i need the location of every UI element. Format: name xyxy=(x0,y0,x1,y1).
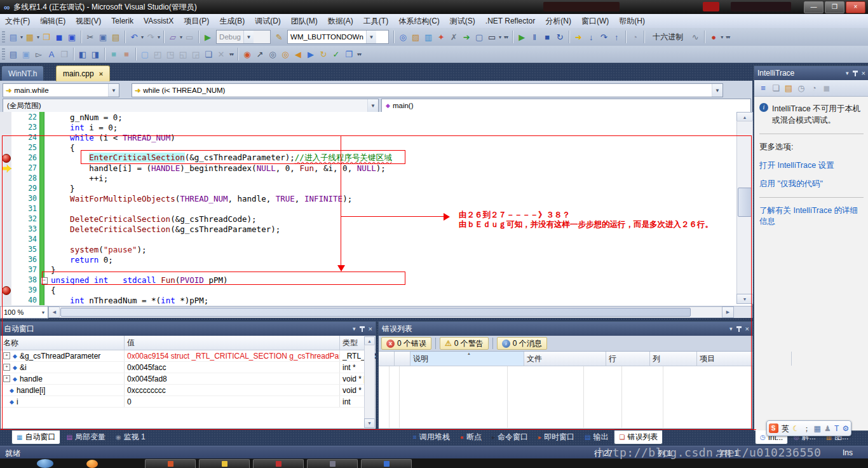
dropdown-caret-icon[interactable]: ▾ xyxy=(141,34,144,40)
chevron-down-icon[interactable]: ▼ xyxy=(39,310,48,315)
breakpoint-icon[interactable]: ● xyxy=(708,31,719,43)
scroll-down-button[interactable]: ▼ xyxy=(364,418,375,428)
context-dropdown[interactable]: ➜ while (i< THREAD_NUM) ▼ xyxy=(132,83,723,97)
va-nav-forward-icon[interactable]: ▶ xyxy=(305,48,316,60)
tab-debugwin-2[interactable]: ◉监视 1 xyxy=(111,430,150,444)
breakpoint-icon[interactable] xyxy=(2,154,11,163)
autos-vscrollbar[interactable] xyxy=(364,345,375,420)
continue-icon[interactable]: ▶ xyxy=(516,31,527,43)
expand-icon[interactable]: + xyxy=(3,375,10,382)
va-reparse-icon[interactable]: ↻ xyxy=(318,48,329,60)
soft-keyboard-icon[interactable]: ▦ xyxy=(813,425,820,432)
breakpoint-margin[interactable] xyxy=(0,153,11,163)
learn-more-link[interactable]: 了解有关 IntelliTrace 的详细信息 xyxy=(759,205,861,227)
chevron-down-icon[interactable]: ▼ xyxy=(712,84,722,97)
code-line-28[interactable]: 28 ++i; xyxy=(0,173,752,183)
breakpoint-window-icon[interactable]: ◔ xyxy=(629,31,641,43)
new-project-icon[interactable]: ▤ xyxy=(8,31,19,43)
save-icon[interactable]: ◼ xyxy=(53,31,65,43)
tab-main-cpp[interactable]: main.cpp × xyxy=(56,65,110,81)
enable-just-my-code-link[interactable]: 启用 "仅我的代码" xyxy=(759,179,864,189)
menu-item-13[interactable]: .NET Reflector xyxy=(480,15,540,27)
scroll-down-button[interactable]: ▼ xyxy=(736,294,753,304)
new-window-icon[interactable]: ▢ xyxy=(473,31,485,43)
tab-outputwin-3[interactable]: ▸即时窗口 xyxy=(534,430,579,444)
close-tab-icon[interactable]: × xyxy=(99,70,103,78)
breakpoint-margin[interactable] xyxy=(0,295,11,305)
copy-structure-icon[interactable]: ❒ xyxy=(58,48,70,60)
menu-item-14[interactable]: 分析(N) xyxy=(540,15,576,27)
dropdown-caret-icon[interactable]: ▾ xyxy=(20,34,23,40)
breakpoint-margin[interactable] xyxy=(0,203,11,214)
prev-bookmark-folder-icon[interactable]: ◱ xyxy=(177,48,189,60)
autos-column-1[interactable]: 值 xyxy=(125,336,340,350)
it-timeline-icon[interactable]: ◷ xyxy=(796,83,807,94)
breakpoint-margin[interactable] xyxy=(0,183,11,193)
va-spellcheck-icon[interactable]: ✓ xyxy=(330,48,342,60)
menu-item-7[interactable]: 调试(D) xyxy=(250,15,286,27)
table-row[interactable]: ◆handle[i]0xccccccccvoid * xyxy=(1,385,376,396)
add-item-icon[interactable]: ▦ xyxy=(24,31,36,43)
code-line-34[interactable]: 34 xyxy=(0,234,752,244)
chevron-down-icon[interactable]: ▼ xyxy=(108,84,119,97)
breakpoint-margin[interactable] xyxy=(0,142,11,153)
breakpoint-margin[interactable] xyxy=(0,275,11,285)
object-browser-icon[interactable]: ▥ xyxy=(423,31,434,43)
open-intellitrace-settings-link[interactable]: 打开 IntelliTrace 设置 xyxy=(759,160,864,171)
taskbar-button-1[interactable] xyxy=(199,459,250,468)
tab-debugwin-0[interactable]: ▦自动窗口 xyxy=(11,430,60,444)
menu-item-1[interactable]: 编辑(E) xyxy=(35,15,71,27)
panel-menu-icon[interactable]: ▾ xyxy=(353,326,356,332)
it-threads-icon[interactable]: ❏ xyxy=(770,83,782,94)
menu-item-12[interactable]: 测试(S) xyxy=(445,15,480,27)
table-row[interactable]: +◆&i0x0045faccint * xyxy=(1,362,376,373)
navigate-window-icon[interactable]: ▱ xyxy=(167,31,179,43)
breakpoint-margin[interactable] xyxy=(0,244,11,254)
filter-error-filter[interactable]: x0 个错误 xyxy=(381,337,431,350)
start-debugging-icon[interactable]: ▶ xyxy=(202,31,214,43)
flow-icon[interactable]: ∿ xyxy=(689,31,701,43)
va-find-symbol-icon[interactable]: ◎ xyxy=(280,48,291,60)
menu-item-2[interactable]: 视图(V) xyxy=(71,15,106,27)
expand-icon[interactable]: + xyxy=(3,364,10,371)
external-tools-icon[interactable]: ✗ xyxy=(448,31,459,43)
pin-icon[interactable] xyxy=(360,326,365,332)
scope-dropdown[interactable]: ➜ main.while ▼ xyxy=(3,83,119,97)
find-combo[interactable]: WM_LBUTTONDOWn▼ xyxy=(287,30,389,44)
it-save-icon[interactable]: ◼ xyxy=(821,83,832,94)
autos-column-2[interactable]: 类型 xyxy=(340,336,382,350)
it-list-icon[interactable]: ≡ xyxy=(757,83,769,94)
panel-menu-icon[interactable]: ▾ xyxy=(846,70,849,76)
clear-bookmarks-icon[interactable]: ✕ xyxy=(215,48,227,60)
code-line-24[interactable]: 24 while (i < THREAD_NUM) xyxy=(0,132,752,142)
breakpoint-margin[interactable] xyxy=(0,193,11,203)
menu-item-6[interactable]: 生成(B) xyxy=(214,15,250,27)
close-button[interactable]: × xyxy=(846,1,865,13)
navigate-doc-icon[interactable]: ▭ xyxy=(184,31,195,43)
code-line-40[interactable]: 40 int nThreadNum = *(int *)pPM; xyxy=(0,295,752,305)
error-column-4[interactable]: 项目 xyxy=(697,352,792,366)
sogou-logo-icon[interactable]: S xyxy=(769,423,778,433)
pin-icon[interactable] xyxy=(736,326,742,332)
member-dropdown[interactable]: ◆ main() xyxy=(381,99,751,113)
close-icon[interactable]: × xyxy=(745,325,749,333)
copy-icon[interactable]: ▣ xyxy=(97,31,109,43)
breakpoint-icon[interactable] xyxy=(2,286,11,295)
code-line-25[interactable]: 25 { xyxy=(0,142,752,153)
dropdown-caret-icon[interactable]: ▾ xyxy=(499,34,501,40)
dropdown-caret-icon[interactable]: ▾ xyxy=(180,34,182,40)
table-row[interactable]: ◆i0int xyxy=(1,396,376,408)
indent-decrease-icon[interactable]: ◧ xyxy=(77,48,88,60)
va-find-references-icon[interactable]: ◎ xyxy=(267,48,278,60)
code-line-22[interactable]: 22 g_nNum = 0; xyxy=(0,112,752,122)
menu-item-3[interactable]: Telerik xyxy=(106,15,139,27)
taskbar-button-4[interactable] xyxy=(361,459,412,468)
import-export-icon[interactable]: ➔ xyxy=(461,31,472,43)
maximize-button[interactable]: ❐ xyxy=(825,1,844,13)
restart-icon[interactable]: ↻ xyxy=(554,31,566,43)
menu-item-4[interactable]: VAssistX xyxy=(139,15,179,27)
it-checklist-icon[interactable]: ▤ xyxy=(783,83,794,94)
breakpoint-margin[interactable] xyxy=(0,132,11,142)
dropdown-caret-icon[interactable]: ▾ xyxy=(721,34,723,40)
comment-icon[interactable]: ≡ xyxy=(108,48,119,60)
